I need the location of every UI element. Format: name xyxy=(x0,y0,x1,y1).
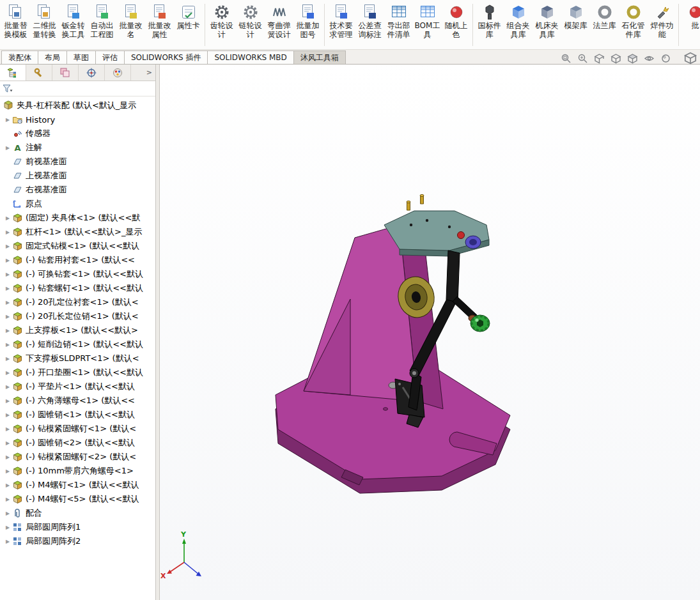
panel-tab-dimxpertmanager[interactable] xyxy=(79,65,105,81)
panel-tab-featuremanager[interactable] xyxy=(0,65,26,81)
command-tab[interactable]: 布局 xyxy=(38,50,67,64)
zoom-area-icon[interactable] xyxy=(577,53,588,64)
tree-item[interactable]: ▶(-) 平垫片<1> (默认<<默认 xyxy=(0,380,155,394)
expand-arrow-icon[interactable]: ▶ xyxy=(3,525,12,530)
expand-arrow-icon[interactable]: ▶ xyxy=(3,482,12,488)
machine-fixture-library-button[interactable]: 机床夹 具库 xyxy=(533,1,561,49)
sprocket-design-button[interactable]: 链轮设 计 xyxy=(236,1,265,49)
view-orientation-icon[interactable] xyxy=(611,53,621,64)
sheetmetal-convert-button[interactable]: 钣金转 换工具 xyxy=(59,1,88,49)
tree-filter-input[interactable] xyxy=(14,83,153,95)
batch-add-number-button[interactable]: 批量加 图号 xyxy=(293,1,322,49)
command-tab[interactable]: SOLIDWORKS MBD xyxy=(207,50,293,64)
expand-arrow-icon[interactable]: ▶ xyxy=(3,384,12,390)
expand-arrow-icon[interactable]: ▶ xyxy=(3,412,12,418)
tree-item[interactable]: 前视基准面 xyxy=(0,155,155,169)
tolerance-query-annotate-button[interactable]: 公差查 询标注 xyxy=(355,1,384,49)
mold-base-library-button[interactable]: 模架库 xyxy=(561,1,590,49)
tree-item[interactable]: ▶(-) 开口垫圈<1> (默认<<默认 xyxy=(0,365,155,380)
tree-item[interactable]: ▶(-) 圆锥销<2> (默认<<默认 xyxy=(0,436,155,450)
expand-arrow-icon[interactable]: ▶ xyxy=(3,426,12,432)
expand-arrow-icon[interactable]: ▶ xyxy=(3,468,12,474)
hide-show-items-icon[interactable] xyxy=(644,53,655,64)
2d-batch-convert-button[interactable]: 二维批 量转换 xyxy=(30,1,59,49)
expand-arrow-icon[interactable]: ▶ xyxy=(3,454,12,460)
random-color-button[interactable]: 随机上 色 xyxy=(442,1,471,49)
expand-arrow-icon[interactable]: ▶ xyxy=(3,539,12,544)
tree-item[interactable]: 上视基准面 xyxy=(0,169,155,183)
tree-item[interactable]: 右视基准面 xyxy=(0,183,155,197)
edit-appearance-icon[interactable] xyxy=(660,53,671,64)
panel-tab-propertymanager[interactable] xyxy=(26,65,52,81)
tech-requirement-manager-button[interactable]: 技术要 求管理 xyxy=(327,1,355,49)
spring-design-button[interactable]: 弯曲弹 簧设计 xyxy=(265,1,293,49)
expand-arrow-icon[interactable]: ▶ xyxy=(3,215,12,221)
expand-arrow-icon[interactable]: ▶ xyxy=(3,229,12,235)
tree-item[interactable]: ▶(-) 钻模紧固螺钉<1> (默认< xyxy=(0,422,155,436)
tree-item[interactable]: ▶下支撑板SLDPRT<1> (默认< xyxy=(0,351,155,365)
tree-item[interactable]: ▶(-) 钻套螺钉<1> (默认<<默认 xyxy=(0,281,155,295)
batch-rename-button[interactable]: 批量改 名 xyxy=(116,1,145,49)
tree-item[interactable]: ▶(-) 短削边销<1> (默认<<默认 xyxy=(0,337,155,351)
command-tab[interactable]: 草图 xyxy=(66,50,96,64)
expand-arrow-icon[interactable]: ▶ xyxy=(3,117,12,123)
panel-tab-displaymanager[interactable] xyxy=(105,65,131,81)
tree-root-item[interactable]: 夹具-杠杆装配 (默认<默认_显示 xyxy=(0,98,155,112)
tree-item[interactable]: ▶(-) 钻套用衬套<1> (默认<< xyxy=(0,253,155,267)
modular-fixture-library-button[interactable]: 组合夹 具库 xyxy=(504,1,533,49)
tree-item[interactable]: ▶(-) 10mm带肩六角螺母<1> xyxy=(0,464,155,478)
batch-edit-properties-button[interactable]: 批量改 属性 xyxy=(145,1,174,49)
tree-item[interactable]: ▶(-) M4螺钉<1> (默认<<默认 xyxy=(0,478,155,492)
tree-item[interactable]: ▶(-) 20孔长定位销<1> (默认< xyxy=(0,309,155,323)
pipe-fitting-library-button[interactable]: 石化管 件库 xyxy=(619,1,648,49)
tree-item[interactable]: ▶杠杆<1> (默认<<默认>_显示 xyxy=(0,225,155,239)
tree-item[interactable]: ▶(-) 六角薄螺母<1> (默认<< xyxy=(0,394,155,408)
tree-item[interactable]: ▶配合 xyxy=(0,506,155,520)
tree-item[interactable]: ▶History xyxy=(0,112,155,127)
zoom-fit-icon[interactable] xyxy=(561,53,572,64)
tree-item[interactable]: ▶固定式钻模<1> (默认<<默认 xyxy=(0,239,155,253)
command-tab[interactable]: 评估 xyxy=(95,50,125,64)
property-card-button[interactable]: 属性卡 xyxy=(174,1,203,49)
assembly-model[interactable]: Y X xyxy=(160,65,700,600)
tree-item[interactable]: ▶(-) 可换钻套<1> (默认<<默认 xyxy=(0,267,155,281)
model-drill-template-plate[interactable] xyxy=(384,194,489,256)
panel-splitter[interactable] xyxy=(155,65,160,600)
filter-funnel-icon[interactable] xyxy=(3,84,13,93)
expand-arrow-icon[interactable]: ▶ xyxy=(3,511,12,516)
expand-arrow-icon[interactable]: ▶ xyxy=(3,342,12,348)
expand-arrow-icon[interactable]: ▶ xyxy=(3,328,12,334)
tree-item[interactable]: ▶上支撑板<1> (默认<<默认> xyxy=(0,323,155,337)
command-tab[interactable]: 装配体 xyxy=(1,50,38,64)
expand-arrow-icon[interactable]: ▶ xyxy=(3,440,12,446)
expand-arrow-icon[interactable]: ▶ xyxy=(3,300,12,305)
view-cube-icon[interactable] xyxy=(684,52,697,65)
expand-arrow-icon[interactable]: ▶ xyxy=(3,496,12,502)
command-tab[interactable]: 沐风工具箱 xyxy=(293,50,346,64)
gear-design-button[interactable]: 齿轮设 计 xyxy=(207,1,236,49)
tree-item[interactable]: ▶(-) 钻模紧固螺钉<2> (默认< xyxy=(0,450,155,464)
tree-item[interactable]: ▶(-) 20孔定位衬套<1> (默认< xyxy=(0,295,155,309)
tree-item[interactable]: 传感器 xyxy=(0,127,155,141)
expand-arrow-icon[interactable]: ▶ xyxy=(3,356,12,362)
tree-item[interactable]: ▶A注解 xyxy=(0,141,155,155)
tree-item[interactable]: 原点 xyxy=(0,197,155,211)
tree-item[interactable]: ▶局部圆周阵列1 xyxy=(0,520,155,534)
expand-arrow-icon[interactable]: ▶ xyxy=(3,314,12,319)
expand-arrow-icon[interactable]: ▶ xyxy=(3,286,12,291)
auto-drawing-output-button[interactable]: 自动出 工程图 xyxy=(88,1,116,49)
export-parts-list-button[interactable]: 导出部 件清单 xyxy=(384,1,413,49)
bom-tool-button[interactable]: BOM工 具 xyxy=(413,1,442,49)
display-style-icon[interactable] xyxy=(627,53,638,64)
batch-partial-button[interactable]: 批 xyxy=(681,1,700,49)
panel-expand-chevron[interactable]: > xyxy=(131,65,155,81)
batch-replace-template-button[interactable]: 批量替 换模板 xyxy=(1,1,30,49)
tree-item[interactable]: ▶局部圆周阵列2 xyxy=(0,534,155,548)
expand-arrow-icon[interactable]: ▶ xyxy=(3,272,12,277)
command-tab[interactable]: SOLIDWORKS 插件 xyxy=(124,50,208,64)
expand-arrow-icon[interactable]: ▶ xyxy=(3,398,12,404)
3d-viewport[interactable]: Y X xyxy=(160,65,700,600)
panel-tab-configurationmanager[interactable] xyxy=(52,65,79,81)
tree-item[interactable]: ▶(-) 圆锥销<1> (默认<<默认 xyxy=(0,408,155,422)
gb-standard-library-button[interactable]: 国标件 库 xyxy=(475,1,504,49)
